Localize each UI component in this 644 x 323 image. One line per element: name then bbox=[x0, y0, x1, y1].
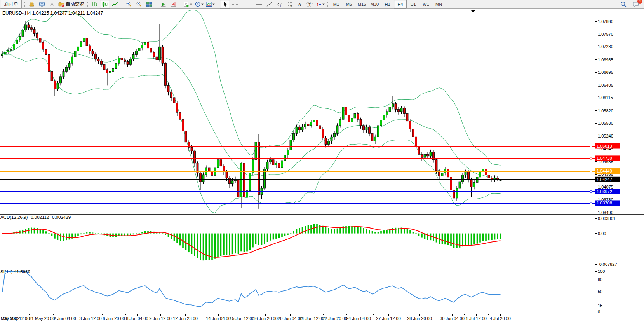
vertical-line-button[interactable] bbox=[244, 0, 254, 9]
timeframe-d1-button[interactable]: D1 bbox=[407, 0, 419, 9]
equidistant-channel-button[interactable]: E bbox=[274, 0, 284, 9]
dropdown-caret-icon bbox=[190, 1, 193, 7]
line-handle[interactable] bbox=[590, 157, 592, 159]
line-handle[interactable] bbox=[590, 170, 592, 172]
timeframe-m1-button[interactable]: M1 bbox=[330, 0, 343, 9]
fibonacci-button[interactable]: F bbox=[284, 0, 294, 9]
chart-area[interactable]: 1.078601.075701.072801.069851.066951.064… bbox=[0, 9, 644, 323]
text-a-icon: A bbox=[296, 1, 303, 7]
channel-icon: E bbox=[276, 1, 283, 7]
chart-shift-icon bbox=[170, 1, 177, 7]
timeframe-m30-button[interactable]: M30 bbox=[368, 0, 381, 9]
notifications-button[interactable]: 1 bbox=[631, 0, 641, 9]
svg-text:15: 15 bbox=[598, 303, 602, 308]
svg-text:14 Jun 04:00: 14 Jun 04:00 bbox=[206, 316, 231, 321]
line-handle[interactable] bbox=[590, 190, 592, 192]
dropdown-caret-icon bbox=[201, 1, 204, 7]
svg-text:1.04440: 1.04440 bbox=[597, 169, 612, 173]
zoom-in-button[interactable] bbox=[124, 0, 134, 9]
symbol-period-ohlc: EURUSD-,H4 1.04225 1.04247 1.04211 1.042… bbox=[2, 10, 103, 16]
trend-line-icon bbox=[266, 1, 273, 7]
chart-line-button[interactable] bbox=[110, 0, 120, 9]
svg-text:30 May 12:00: 30 May 12:00 bbox=[4, 316, 30, 321]
macd-indicator-label: ACD(12,26,9)-0.002112-0.002429 bbox=[0, 215, 72, 220]
zoom-out-icon bbox=[136, 1, 143, 7]
gold-bars-icon bbox=[28, 1, 35, 7]
svg-text:31 May 20:00: 31 May 20:00 bbox=[29, 316, 55, 321]
text-label-button[interactable]: T bbox=[305, 0, 315, 9]
svg-text:T: T bbox=[308, 2, 311, 6]
svg-text:1.05820: 1.05820 bbox=[598, 108, 613, 113]
crosshair-button[interactable] bbox=[230, 0, 240, 9]
timeframe-w1-button[interactable]: W1 bbox=[419, 0, 432, 9]
templates-button[interactable] bbox=[205, 0, 216, 9]
search-button[interactable] bbox=[618, 0, 628, 9]
macd-name: ACD(12,26,9) bbox=[0, 215, 28, 220]
svg-text:12 Jun 23:00: 12 Jun 23:00 bbox=[173, 316, 198, 321]
chart-title: EURUSD-,H4 1.04225 1.04247 1.04211 1.042… bbox=[2, 10, 104, 16]
toolbar-separator bbox=[327, 1, 328, 7]
svg-text:28 Jun 20:00: 28 Jun 20:00 bbox=[407, 316, 432, 321]
svg-text:1.03972: 1.03972 bbox=[597, 189, 612, 194]
macd-signal-value: -0.002429 bbox=[50, 215, 71, 220]
chart-candles-button[interactable] bbox=[100, 0, 110, 9]
chart-shift-button[interactable] bbox=[168, 0, 178, 9]
auto-scroll-button[interactable] bbox=[158, 0, 168, 9]
svg-text:20 Jun 04:00: 20 Jun 04:00 bbox=[278, 316, 303, 321]
toolbar-separator bbox=[156, 1, 157, 7]
rsi-indicator-label: SI(14)41.5939 bbox=[0, 269, 32, 274]
periods-button[interactable] bbox=[193, 0, 205, 9]
svg-text:4 Jul 20:00: 4 Jul 20:00 bbox=[490, 316, 511, 321]
svg-text:1.06115: 1.06115 bbox=[598, 95, 613, 100]
dropdown-caret-icon bbox=[212, 1, 215, 7]
text-button[interactable]: A bbox=[294, 0, 305, 9]
zoom-in-icon bbox=[125, 1, 132, 7]
metaeditor-button[interactable] bbox=[27, 0, 37, 9]
svg-text:6 Jun 20:00: 6 Jun 20:00 bbox=[103, 316, 125, 321]
autotrade-folder-icon bbox=[58, 1, 65, 7]
candles-chart-icon bbox=[101, 1, 108, 7]
crosshair-icon bbox=[231, 1, 238, 7]
auto-scroll-icon bbox=[160, 1, 167, 7]
timeframe-m15-button[interactable]: M15 bbox=[355, 0, 368, 9]
timeframe-h1-button[interactable]: H1 bbox=[381, 0, 394, 9]
timeframe-mn-button[interactable]: MN bbox=[432, 0, 445, 9]
cursor-button[interactable] bbox=[220, 0, 230, 9]
svg-text:A: A bbox=[298, 2, 302, 7]
vertical-line-icon bbox=[245, 1, 252, 7]
line-handle[interactable] bbox=[590, 145, 592, 147]
timeframe-h4-button[interactable]: H4 bbox=[394, 0, 407, 9]
autotrade-button[interactable]: 自动交易 bbox=[57, 0, 86, 9]
community-button[interactable] bbox=[37, 0, 47, 9]
macd-value: -0.002112 bbox=[29, 215, 49, 220]
toolbar-separator bbox=[122, 1, 122, 7]
tile-windows-button[interactable] bbox=[144, 0, 154, 9]
svg-text:50: 50 bbox=[598, 289, 602, 294]
chart-bars-button[interactable] bbox=[90, 0, 100, 9]
svg-text:1.07570: 1.07570 bbox=[598, 32, 613, 37]
svg-text:100: 100 bbox=[598, 269, 605, 274]
svg-text:1 Jul 12:00: 1 Jul 12:00 bbox=[466, 316, 487, 321]
broadcast-button[interactable] bbox=[47, 0, 57, 9]
horizontal-line-button[interactable] bbox=[254, 0, 264, 9]
rsi-name: SI(14) bbox=[0, 269, 12, 274]
svg-text:1.04075: 1.04075 bbox=[598, 185, 613, 189]
trendline-button[interactable] bbox=[264, 0, 274, 9]
arrows-button[interactable] bbox=[315, 0, 326, 9]
zoom-out-button[interactable] bbox=[134, 0, 144, 9]
timeframe-m5-button[interactable]: M5 bbox=[343, 0, 355, 9]
svg-text:1.05530: 1.05530 bbox=[598, 121, 613, 126]
line-handle[interactable] bbox=[590, 202, 592, 204]
indicators-button[interactable] bbox=[182, 0, 193, 9]
svg-text:21 Jun 12:00: 21 Jun 12:00 bbox=[299, 316, 324, 321]
monitor-user-icon bbox=[38, 1, 45, 7]
price-chart[interactable]: 1.078601.075701.072801.069851.066951.064… bbox=[0, 9, 644, 323]
label-t-icon: T bbox=[306, 1, 313, 7]
broadcast-icon bbox=[49, 1, 56, 7]
svg-text:1.05013: 1.05013 bbox=[597, 144, 612, 148]
new-order-button[interactable]: 新订单 bbox=[1, 0, 22, 9]
clock-icon bbox=[194, 1, 201, 7]
svg-text:E: E bbox=[280, 5, 282, 7]
svg-text:1.05240: 1.05240 bbox=[598, 134, 613, 138]
svg-text:1.06985: 1.06985 bbox=[598, 58, 613, 62]
